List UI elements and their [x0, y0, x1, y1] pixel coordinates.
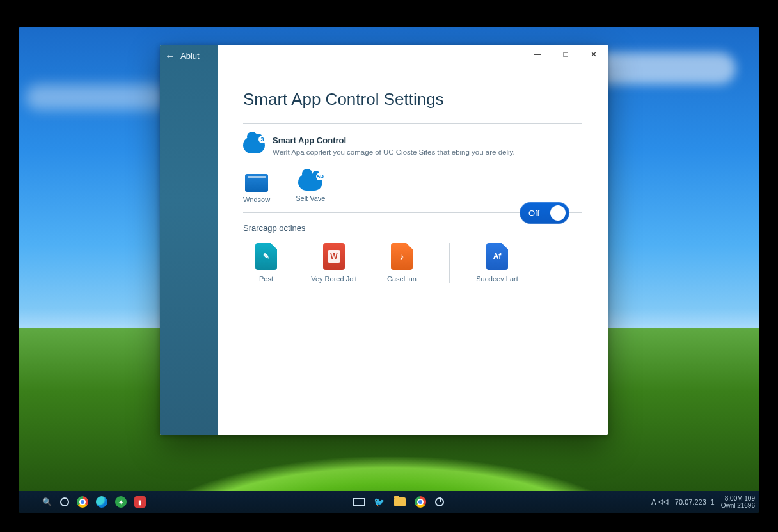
- chrome-icon[interactable]: [415, 496, 426, 508]
- app-label: Suodeev Lart: [476, 275, 518, 283]
- tray-clock-main[interactable]: 70.07.223 -1: [675, 498, 715, 506]
- maximize-button[interactable]: □: [552, 45, 580, 64]
- start-button[interactable]: [23, 497, 33, 507]
- cloud-icon: AB: [298, 174, 322, 191]
- search-icon[interactable]: 🔍: [41, 496, 52, 508]
- section-heading: Smart App Control: [273, 136, 515, 145]
- toggle-label: Off: [528, 208, 539, 218]
- startup-app-tile[interactable]: W Vey Rored Jolt: [311, 243, 357, 283]
- startup-apps-grid: ✎ Pest W Vey Rored Jolt ♪: [243, 243, 582, 283]
- smart-app-toggle[interactable]: Off: [520, 202, 569, 224]
- app-label: Pest: [259, 275, 273, 283]
- cortana-icon[interactable]: [60, 497, 69, 506]
- cloud-security-icon: 3: [243, 137, 265, 153]
- app-icon[interactable]: ✦: [115, 496, 127, 508]
- window-content: — □ ✕ Smart App Control Settings 3 Smart…: [218, 45, 608, 435]
- section-description: Werlt Apa coprlert you comage of UC Cios…: [273, 148, 515, 157]
- app-label: Vey Rored Jolt: [311, 275, 357, 283]
- power-icon[interactable]: [435, 497, 444, 506]
- page-title: Smart App Control Settings: [243, 90, 582, 109]
- window-controls: — □ ✕: [523, 45, 608, 64]
- document-icon: ♪: [391, 243, 413, 270]
- toggle-knob: [550, 205, 566, 221]
- document-icon: W: [323, 243, 345, 270]
- back-button[interactable]: ←: [165, 51, 175, 61]
- tray-clock-line1: 8:00M 109: [721, 495, 755, 502]
- file-explorer-icon[interactable]: [394, 497, 406, 506]
- wallpaper-cloud: [26, 84, 166, 110]
- startup-app-tile[interactable]: ✎ Pest: [243, 243, 289, 283]
- document-icon: Af: [486, 243, 508, 270]
- cloud-badge: 3: [258, 136, 266, 143]
- window-sidebar: ← Abiut: [160, 45, 218, 435]
- settings-window: ← Abiut — □ ✕ Smart App Control Settings…: [160, 45, 608, 435]
- startup-heading: Srarcagp octines: [243, 223, 582, 233]
- startup-app-tile[interactable]: Af Suodeev Lart: [474, 243, 520, 283]
- mail-icon[interactable]: [353, 498, 365, 506]
- folder-icon: [245, 174, 268, 192]
- tray-icons[interactable]: ᐱ ᐊᐊ: [651, 498, 669, 506]
- taskbar: 🔍 ✦ ▮ 🐦 ᐱ ᐊᐊ 70.07.223 -1 8:00M 109: [19, 491, 759, 513]
- twitter-icon[interactable]: 🐦: [374, 496, 385, 508]
- sidebar-title: Abiut: [180, 51, 200, 61]
- system-tray[interactable]: ᐱ ᐊᐊ 70.07.223 -1 8:00M 109 Ownl 21696: [651, 495, 755, 509]
- close-button[interactable]: ✕: [580, 45, 608, 64]
- option-cloud[interactable]: AB Selt Vave: [296, 174, 325, 202]
- app-label: Casel lan: [387, 275, 417, 283]
- minimize-button[interactable]: —: [523, 45, 552, 64]
- divider: [243, 123, 582, 124]
- chrome-icon[interactable]: [77, 496, 88, 508]
- option-windows[interactable]: Wndsow: [243, 174, 270, 203]
- vertical-divider: [449, 243, 450, 283]
- startup-app-tile[interactable]: ♪ Casel lan: [379, 243, 425, 283]
- edge-icon[interactable]: [96, 496, 107, 508]
- document-icon: ✎: [255, 243, 277, 270]
- desktop-wallpaper: ← Abiut — □ ✕ Smart App Control Settings…: [19, 27, 759, 513]
- cloud-badge-text: AB: [316, 173, 324, 180]
- option-label: Wndsow: [243, 196, 270, 203]
- app-icon[interactable]: ▮: [134, 496, 146, 508]
- tray-clock-line2: Ownl 21696: [721, 502, 755, 509]
- option-label: Selt Vave: [296, 194, 325, 202]
